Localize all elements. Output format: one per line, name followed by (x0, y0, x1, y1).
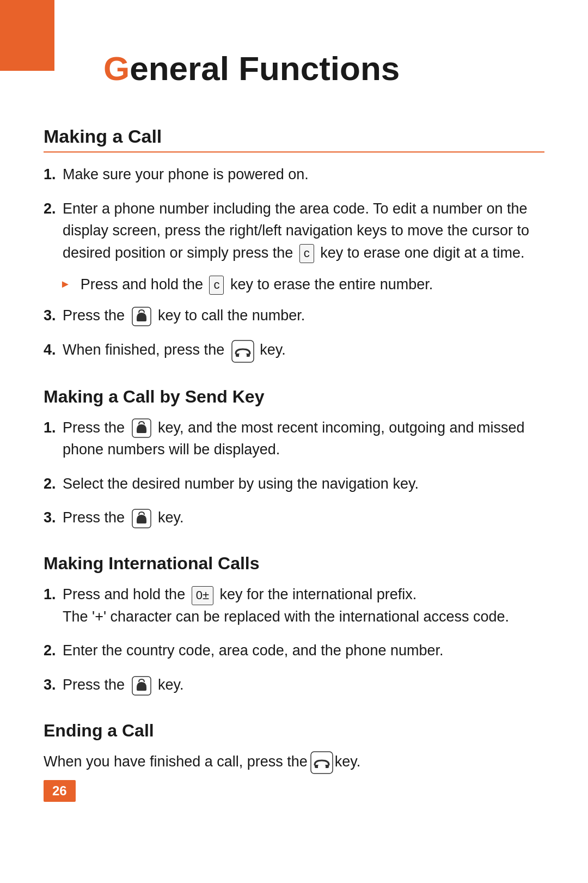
end-key-icon (231, 339, 254, 362)
zero-key-icon: 0± (192, 586, 213, 605)
step-content: Enter a phone number including the area … (63, 198, 544, 264)
svg-rect-1 (232, 340, 254, 362)
step-text-after: key to call the number. (158, 307, 305, 324)
end-key-icon (310, 751, 333, 774)
bullet-content: Press and hold the c key to erase the en… (81, 276, 433, 295)
bullet-text-after: key to erase the entire number. (230, 276, 433, 293)
step-content: Enter the country code, area code, and t… (63, 640, 544, 662)
step-content: Make sure your phone is powered on. (63, 163, 544, 186)
step-number: 4. (44, 339, 63, 361)
step-number: 3. (44, 674, 63, 696)
making-by-send-heading: Making a Call by Send Key (44, 387, 544, 407)
step-text-after: key. (260, 342, 286, 358)
list-item: 3. Press the key. (44, 674, 544, 696)
step-number: 1. (44, 163, 63, 186)
step-text-after: key. (158, 509, 184, 526)
step-number: 1. (44, 417, 63, 439)
title-rest: eneral Functions (130, 50, 400, 87)
page-number: 26 (44, 780, 76, 802)
making-international-heading: Making International Calls (44, 553, 544, 574)
ending-text-after: key. (335, 751, 361, 773)
bullet-triangle-icon: ► (60, 278, 71, 290)
step-text-before: Press the (63, 509, 125, 526)
send-key-icon (131, 675, 152, 696)
step-text-after: key. (158, 677, 184, 693)
c-key-icon: c (299, 244, 314, 263)
list-item: 4. When finished, press the key. (44, 339, 544, 362)
step-number: 2. (44, 640, 63, 662)
ending-a-call-heading: Ending a Call (44, 721, 544, 741)
bullet-text-before: Press and hold the (81, 276, 203, 293)
making-a-call-list: 1. Make sure your phone is powered on. 2… (44, 163, 544, 264)
list-item: 3. Press the key to call the number. (44, 305, 544, 327)
c-key-label: c (209, 276, 224, 295)
step-text-after: key for the international prefix. (220, 586, 417, 602)
step-number: 2. (44, 473, 63, 495)
step-number: 1. (44, 583, 63, 606)
page-container: General Functions Making a Call 1. Make … (0, 0, 588, 829)
step-content: Press the key. (63, 674, 544, 696)
step-content: Select the desired number by using the n… (63, 473, 544, 495)
step-content: Press the key. (63, 507, 544, 529)
list-item: 1. Press and hold the 0± key for the int… (44, 583, 544, 628)
step-text-before: When finished, press the (63, 342, 224, 358)
step-text-before: Press the (63, 419, 125, 436)
step-content: Press the key, and the most recent incom… (63, 417, 544, 461)
list-item: 2. Select the desired number by using th… (44, 473, 544, 495)
send-key-icon (131, 306, 152, 327)
title-G: G (103, 50, 130, 87)
step-number: 3. (44, 507, 63, 529)
list-item: 2. Enter the country code, area code, an… (44, 640, 544, 662)
list-item: 1. Make sure your phone is powered on. (44, 163, 544, 186)
step-text-before: Press and hold the (63, 586, 185, 602)
making-a-call-heading: Making a Call (44, 126, 544, 153)
send-key-icon (131, 418, 152, 439)
zero-key-label: 0± (192, 586, 213, 605)
bullet-item: ► Press and hold the c key to erase the … (60, 276, 544, 295)
page-title: General Functions (44, 33, 544, 88)
step-number: 3. (44, 305, 63, 327)
c-key-icon: c (209, 276, 224, 295)
step-line2: The '+' character can be replaced with t… (63, 608, 509, 625)
step-content: When finished, press the key. (63, 339, 544, 362)
send-key-icon (131, 508, 152, 529)
step-text-after: key to erase one digit at a time. (320, 245, 524, 261)
list-item: 3. Press the key. (44, 507, 544, 529)
list-item: 1. Press the key, and the most recent in… (44, 417, 544, 461)
step-content: Press and hold the 0± key for the intern… (63, 583, 544, 628)
ending-text-before: When you have finished a call, press the (44, 751, 308, 773)
ending-a-call-text: When you have finished a call, press the… (44, 751, 544, 774)
c-key-label: c (299, 244, 314, 263)
step-text-before: Press the (63, 307, 125, 324)
list-item: 2. Enter a phone number including the ar… (44, 198, 544, 264)
svg-rect-5 (311, 752, 333, 774)
step-text-before: Press the (63, 677, 125, 693)
step-number: 2. (44, 198, 63, 220)
step-content: Press the key to call the number. (63, 305, 544, 327)
